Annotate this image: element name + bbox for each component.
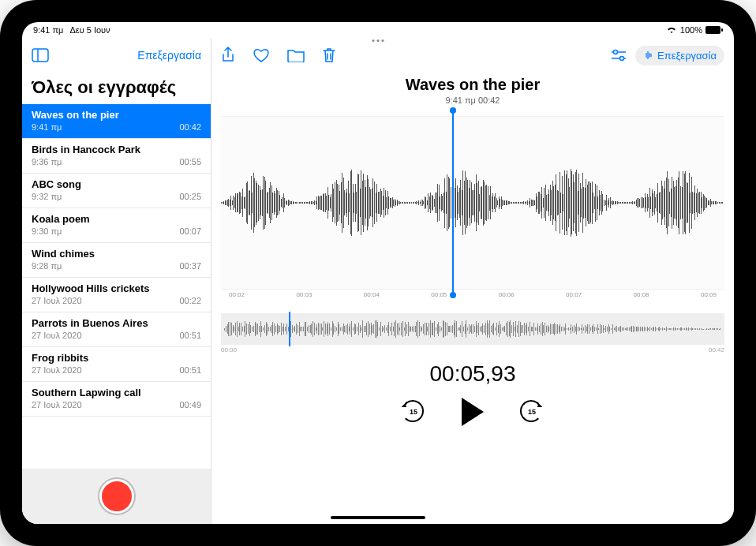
overview-start-label: 00:00: [221, 346, 237, 353]
home-indicator[interactable]: [331, 516, 425, 519]
recording-duration: 00:51: [179, 331, 201, 340]
playback-settings-icon[interactable]: [610, 49, 627, 62]
recording-time: 27 Ιουλ 2020: [32, 365, 82, 375]
wifi-icon: [666, 26, 677, 34]
recording-title: Hollywood Hills crickets: [32, 282, 201, 294]
recording-row[interactable]: Waves on the pier9:41 πμ00:42: [22, 104, 211, 139]
record-button[interactable]: [99, 479, 134, 514]
recording-title: ABC song: [32, 178, 201, 190]
battery-icon: [705, 26, 723, 34]
recording-duration: 00:22: [179, 296, 201, 305]
recording-duration: 00:55: [179, 157, 201, 166]
recording-title: Birds in Hancock Park: [32, 144, 201, 155]
status-time: 9:41 πμ: [33, 25, 63, 35]
recording-duration: 00:51: [179, 365, 201, 375]
time-counter: 00:05,93: [211, 361, 734, 387]
edit-recording-button[interactable]: Επεξεργασία: [635, 46, 724, 65]
waveform-overview[interactable]: [221, 313, 724, 345]
play-button[interactable]: [462, 398, 484, 426]
favorite-icon[interactable]: [253, 47, 270, 64]
sidebar-edit-button[interactable]: Επεξεργασία: [137, 49, 201, 62]
recording-title: Wind chimes: [32, 248, 201, 260]
recording-row[interactable]: Hollywood Hills crickets27 Ιουλ 202000:2…: [22, 278, 211, 312]
sidebar-toggle-icon[interactable]: [32, 48, 49, 62]
svg-rect-0: [705, 26, 720, 34]
recording-title: Koala poem: [32, 213, 201, 225]
playhead[interactable]: [452, 110, 454, 295]
folder-icon[interactable]: [287, 47, 305, 64]
recording-row[interactable]: ABC song9:32 πμ00:25: [22, 174, 211, 208]
recording-time: 9:28 πμ: [32, 261, 62, 271]
recording-title: Parrots in Buenos Aires: [32, 317, 201, 329]
trash-icon[interactable]: [322, 47, 336, 64]
skip-forward-button[interactable]: 15: [520, 400, 544, 424]
recording-row[interactable]: Birds in Hancock Park9:36 πμ00:55: [22, 139, 211, 174]
recording-duration: 00:07: [179, 226, 201, 236]
svg-rect-1: [721, 28, 723, 32]
recording-row[interactable]: Southern Lapwing call27 Ιουλ 202000:49: [22, 382, 211, 417]
recording-time: 9:41 πμ: [32, 122, 62, 132]
recording-row[interactable]: Koala poem9:30 πμ00:07: [22, 208, 211, 243]
battery-percent: 100%: [680, 25, 702, 35]
overview-end-label: 00:42: [709, 346, 724, 353]
transport-controls: 15 15: [211, 398, 734, 426]
recording-time: 9:36 πμ: [32, 157, 62, 166]
recordings-list: Waves on the pier9:41 πμ00:42Birds in Ha…: [22, 104, 211, 469]
share-icon[interactable]: [221, 47, 235, 64]
overview-playhead[interactable]: [289, 312, 290, 346]
memo-title: Waves on the pier: [211, 76, 734, 94]
recording-duration: 00:25: [179, 192, 201, 201]
svg-rect-2: [32, 49, 48, 62]
recording-time: 27 Ιουλ 2020: [32, 331, 82, 340]
recording-duration: 00:49: [179, 400, 201, 410]
multitask-dots-icon[interactable]: [372, 39, 384, 42]
recording-time: 9:32 πμ: [32, 192, 62, 201]
recording-row[interactable]: Frog ribbits27 Ιουλ 202000:51: [22, 347, 211, 382]
edit-button-label: Επεξεργασία: [657, 50, 717, 62]
svg-point-5: [614, 50, 618, 54]
svg-point-7: [620, 57, 624, 61]
recording-title: Frog ribbits: [32, 352, 201, 364]
recording-duration: 00:42: [179, 122, 201, 132]
memo-subtitle: 9:41 πμ 00:42: [211, 95, 734, 105]
sidebar-title: Όλες οι εγγραφές: [22, 73, 211, 104]
recording-time: 27 Ιουλ 2020: [32, 400, 82, 410]
recording-duration: 00:37: [179, 261, 201, 271]
skip-back-button[interactable]: 15: [402, 400, 425, 424]
status-date: Δευ 5 Ιουν: [69, 25, 110, 35]
status-bar: 9:41 πμ Δευ 5 Ιουν 100%: [22, 22, 734, 38]
recording-row[interactable]: Parrots in Buenos Aires27 Ιουλ 202000:51: [22, 312, 211, 347]
recording-title: Waves on the pier: [32, 109, 201, 121]
recording-title: Southern Lapwing call: [32, 387, 201, 398]
recording-time: 27 Ιουλ 2020: [32, 296, 82, 305]
time-ruler: 00:0200:0300:0400:0500:0600:0700:0800:09: [221, 290, 724, 302]
recording-row[interactable]: Wind chimes9:28 πμ00:37: [22, 243, 211, 278]
sidebar: Επεξεργασία Όλες οι εγγραφές Waves on th…: [22, 38, 211, 524]
main-panel: Επεξεργασία Waves on the pier 9:41 πμ 00…: [211, 38, 734, 524]
waveform-zoomed[interactable]: [221, 116, 724, 290]
recording-time: 9:30 πμ: [32, 226, 62, 236]
